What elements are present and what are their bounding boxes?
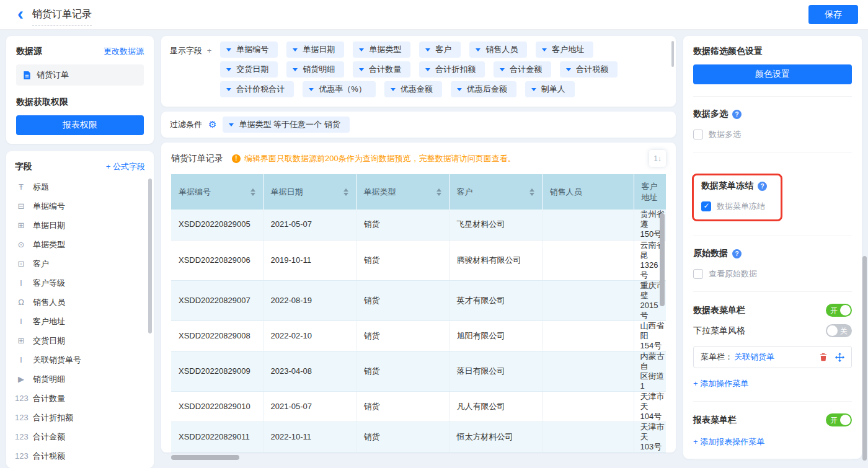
cell-customer-address: 山西省阳 154号 (634, 320, 666, 351)
field-item[interactable]: ⊟ 单据编号 (15, 196, 145, 216)
field-item[interactable]: Ⅰ 客户地址 (15, 312, 145, 331)
field-item[interactable]: 123 合计金额 (15, 427, 145, 446)
table-row: XSDD20220829008 2022-02-10 销货 旭阳有限公司 山西省… (171, 320, 666, 351)
field-item[interactable]: 123 合计数量 (15, 389, 145, 408)
column-header[interactable]: 销售人员 (542, 174, 634, 210)
add-formula-field-link[interactable]: + 公式字段 (106, 161, 145, 172)
cell-doc-date: 2021-05-07 (263, 210, 356, 240)
caret-down-icon (566, 68, 571, 71)
display-field-tag[interactable]: 优惠后金额 (451, 81, 516, 97)
menu-bar-item[interactable]: 菜单栏： 关联销货单 (693, 346, 852, 368)
datasource-title: 数据源 (16, 46, 42, 57)
document-icon (22, 71, 32, 80)
datasource-item[interactable]: 销货订单 (16, 64, 144, 86)
display-field-tag[interactable]: 合计税额 (560, 61, 618, 77)
report-permission-button[interactable]: 报表权限 (16, 115, 144, 135)
display-fields-scrollbar[interactable] (671, 41, 674, 67)
table-header-row: 单据编号 单据日期 (171, 174, 666, 210)
cell-customer: 飞星材料公司 (449, 210, 542, 240)
column-header[interactable]: 单据编号 (171, 174, 263, 210)
caret-down-icon (542, 48, 547, 51)
field-label: 合计税额 (33, 451, 65, 462)
field-item[interactable]: Ŧ 标题 (15, 177, 145, 196)
display-field-tag[interactable]: 合计数量 (353, 61, 410, 77)
field-item[interactable]: ⊙ 单据类型 (15, 235, 145, 254)
sort-icon[interactable] (250, 188, 255, 196)
field-item[interactable]: Ⅰ 客户等级 (15, 273, 145, 293)
display-field-tag[interactable]: 合计金额 (494, 61, 551, 77)
column-header[interactable]: 客户 (449, 174, 542, 210)
column-header[interactable]: 客户地址 (634, 174, 666, 210)
tag-label: 合计金额 (510, 64, 542, 75)
display-field-tag[interactable]: 合计价税合计 (220, 81, 294, 97)
caret-down-icon (229, 123, 234, 126)
display-field-tag[interactable]: 优惠率（%） (303, 81, 376, 97)
field-item[interactable]: Ω 销售人员 (15, 293, 145, 312)
table-row: XSDD20220829006 2019-10-11 销货 腾骏材料有限公司 云… (171, 240, 666, 280)
move-icon[interactable] (835, 353, 844, 362)
change-datasource-link[interactable]: 更改数据源 (104, 46, 144, 57)
display-field-tag[interactable]: 合计折扣额 (419, 61, 485, 77)
gear-icon[interactable]: ⚙ (208, 119, 216, 130)
column-header[interactable]: 单据日期 (263, 174, 356, 210)
menu-item-prefix: 菜单栏： (701, 351, 733, 363)
sort-tool-button[interactable]: 1↓ (649, 150, 666, 167)
tag-label: 销货明细 (303, 64, 335, 75)
table-menu-toggle[interactable]: 开 (826, 304, 852, 317)
add-action-menu-link[interactable]: + 添加操作菜单 (693, 378, 748, 389)
column-header[interactable]: 单据类型 (356, 174, 449, 210)
sort-icon[interactable] (529, 188, 534, 196)
field-item[interactable]: 123 合计税额 (15, 446, 145, 466)
cell-customer: 腾骏材料有限公司 (449, 240, 542, 280)
field-item[interactable]: ▶ 销货明细 (15, 369, 145, 389)
field-label: 单据日期 (33, 220, 65, 231)
back-icon[interactable]: ‹ (17, 6, 24, 22)
trash-icon[interactable] (819, 353, 828, 361)
caret-down-icon (226, 68, 231, 71)
menu-freeze-checkbox[interactable]: 数据菜单冻结 (701, 201, 767, 212)
display-field-tag[interactable]: 制单人 (525, 81, 575, 97)
field-item[interactable]: 123 合计折扣额 (15, 408, 145, 427)
help-icon[interactable] (732, 110, 742, 119)
add-report-menu-link[interactable]: + 添加报表操作菜单 (693, 436, 764, 448)
text-icon: Ⅰ (15, 278, 27, 288)
help-icon[interactable] (732, 249, 742, 258)
display-field-tag[interactable]: 客户地址 (536, 42, 593, 58)
display-field-tag[interactable]: 销货明细 (286, 61, 344, 77)
display-field-tag[interactable]: 单据日期 (286, 42, 344, 58)
display-field-tag[interactable]: 优惠金额 (384, 81, 442, 97)
tag-label: 单据编号 (236, 44, 268, 55)
display-field-tag[interactable]: 交货日期 (220, 61, 278, 77)
field-label: 销货明细 (33, 374, 65, 385)
filter-condition-tag[interactable]: 单据类型 等于任意一个 销货 (223, 117, 349, 133)
cell-doc-date: 2023-04-08 (263, 351, 356, 391)
report-menu-toggle[interactable]: 开 (826, 413, 852, 426)
field-item[interactable]: ⊞ 交货日期 (15, 331, 145, 350)
cell-customer-address: 天津市天 103号 (634, 422, 666, 452)
page-scrollbar[interactable] (862, 256, 867, 461)
display-field-tag[interactable]: 单据编号 (220, 42, 278, 58)
color-settings-button[interactable]: 颜色设置 (693, 64, 852, 84)
field-item[interactable]: ⊡ 客户 (15, 254, 145, 273)
calendar-icon: ⊞ (15, 336, 27, 345)
field-list: Ŧ 标题 ⊟ 单据编号 ⊞ 单据日期 ⊙ 单据类型 (15, 177, 145, 466)
raw-data-checkbox[interactable]: 查看原始数据 (693, 268, 852, 280)
display-field-tag[interactable]: 销售人员 (469, 42, 527, 58)
sort-icon[interactable] (343, 188, 348, 196)
display-field-tag[interactable]: 客户 (419, 42, 461, 58)
tag-label: 制单人 (541, 84, 565, 95)
help-icon[interactable] (758, 182, 767, 191)
field-item[interactable]: Ⅰ 关联销货单号 (15, 350, 145, 369)
display-fields-card: 显示字段 + 单据编号 (161, 36, 676, 107)
add-display-field-button[interactable]: + (207, 46, 212, 55)
checkbox-unchecked-icon (693, 130, 703, 139)
dropdown-style-toggle[interactable]: 关 (826, 324, 852, 337)
save-button[interactable]: 保存 (808, 5, 858, 24)
table-horizontal-scrollbar[interactable] (171, 455, 239, 460)
table-vertical-scrollbar[interactable] (660, 213, 665, 306)
field-item[interactable]: ⊞ 单据日期 (15, 216, 145, 235)
multi-select-checkbox[interactable]: 数据多选 (693, 129, 852, 140)
fields-scrollbar[interactable] (148, 179, 152, 333)
sort-icon[interactable] (436, 188, 441, 196)
display-field-tag[interactable]: 单据类型 (353, 42, 410, 58)
